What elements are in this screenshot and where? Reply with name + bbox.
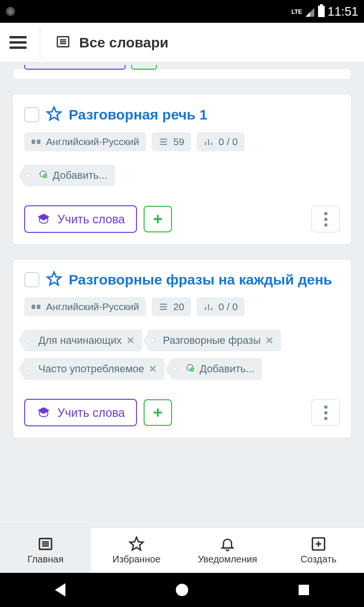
learn-label: Учить слова — [57, 212, 125, 226]
list-icon — [55, 34, 71, 51]
svg-marker-4 — [47, 107, 61, 120]
svg-marker-38 — [130, 537, 143, 550]
language-label: Английский-Русский — [46, 301, 139, 313]
learn-label: Учить слова — [57, 406, 125, 420]
nav-notifications[interactable]: Уведомления — [182, 528, 273, 573]
add-button[interactable] — [144, 206, 172, 232]
dictionary-card: Разговорная речь 1 Английский-Русский 59… — [12, 94, 352, 245]
page-title: Все словари — [79, 35, 169, 51]
progress-badge: 0 / 0 — [197, 132, 245, 151]
more-icon — [324, 405, 328, 420]
menu-button[interactable] — [9, 36, 27, 49]
progress-badge: 0 / 0 — [197, 297, 245, 316]
app-header: Все словари — [0, 23, 364, 63]
language-badge: Английский-Русский — [24, 297, 146, 316]
battery-icon — [318, 6, 325, 17]
word-count: 59 — [173, 136, 184, 147]
svg-rect-21 — [37, 304, 40, 309]
card-title[interactable]: Разговорная речь 1 — [69, 107, 208, 123]
add-tag-icon — [185, 363, 195, 375]
nav-create-label: Создать — [300, 554, 337, 565]
tag-label: Часто употребляемое — [38, 363, 144, 375]
more-icon — [324, 212, 328, 227]
count-badge: 20 — [152, 297, 191, 316]
add-tag-icon — [38, 169, 48, 182]
tag-label: Для начинающих — [38, 334, 122, 347]
tag-remove-icon[interactable]: ✕ — [127, 335, 135, 346]
learn-button[interactable]: Учить слова — [24, 205, 137, 233]
nav-favorites-label: Избранное — [112, 554, 160, 565]
add-tag-button[interactable]: Добавить... — [24, 165, 115, 186]
star-icon[interactable] — [46, 106, 62, 124]
tag-chip[interactable]: Для начинающих ✕ — [24, 330, 142, 351]
language-badge: Английский-Русский — [24, 132, 146, 151]
progress-label: 0 / 0 — [218, 136, 238, 147]
nav-home-label: Главная — [27, 554, 64, 565]
system-nav — [0, 573, 364, 607]
clock: 11:51 — [328, 4, 358, 19]
card-title[interactable]: Разговорные фразы на каждый день — [69, 272, 332, 288]
card-checkbox[interactable] — [24, 107, 39, 122]
nav-notifications-label: Уведомления — [198, 554, 257, 565]
learn-button[interactable]: Учить слова — [24, 399, 137, 426]
tag-remove-icon[interactable]: ✕ — [265, 335, 273, 346]
add-tag-label: Добавить... — [200, 363, 255, 375]
content-area: Разговорная речь 1 Английский-Русский 59… — [0, 63, 364, 527]
tag-label: Разговорные фразы — [163, 334, 261, 347]
card-checkbox[interactable] — [24, 272, 39, 287]
nav-home[interactable]: Главная — [0, 528, 91, 573]
tag-remove-icon[interactable]: ✕ — [149, 363, 157, 375]
back-button[interactable] — [55, 583, 65, 597]
language-label: Английский-Русский — [46, 136, 139, 147]
count-badge: 59 — [152, 132, 191, 151]
svg-marker-19 — [47, 272, 61, 285]
progress-label: 0 / 0 — [218, 301, 238, 313]
tag-chip[interactable]: Часто употребляемое ✕ — [24, 358, 164, 380]
more-button[interactable] — [311, 206, 340, 232]
svg-rect-6 — [37, 139, 40, 144]
card-peek — [12, 68, 352, 80]
home-button[interactable] — [176, 584, 188, 596]
svg-rect-5 — [32, 139, 35, 144]
camera-icon — [6, 7, 15, 16]
bottom-nav: Главная Избранное Уведомления Создать — [0, 527, 364, 573]
add-tag-button[interactable]: Добавить... — [171, 358, 262, 380]
word-count: 20 — [173, 301, 184, 313]
header-divider — [40, 26, 40, 59]
tag-chip[interactable]: Разговорные фразы ✕ — [149, 330, 281, 351]
add-button[interactable] — [144, 399, 172, 426]
svg-rect-20 — [32, 304, 35, 309]
nav-favorites[interactable]: Избранное — [91, 528, 182, 573]
star-icon[interactable] — [46, 271, 62, 289]
add-tag-label: Добавить... — [53, 169, 108, 182]
more-button[interactable] — [311, 399, 340, 426]
dictionary-card: Разговорные фразы на каждый день Английс… — [12, 259, 352, 438]
network-label: LTE — [291, 8, 302, 15]
nav-create[interactable]: Создать — [273, 528, 364, 573]
signal-icon — [305, 7, 315, 18]
recent-button[interactable] — [299, 585, 309, 595]
status-bar: LTE 11:51 — [0, 0, 364, 23]
